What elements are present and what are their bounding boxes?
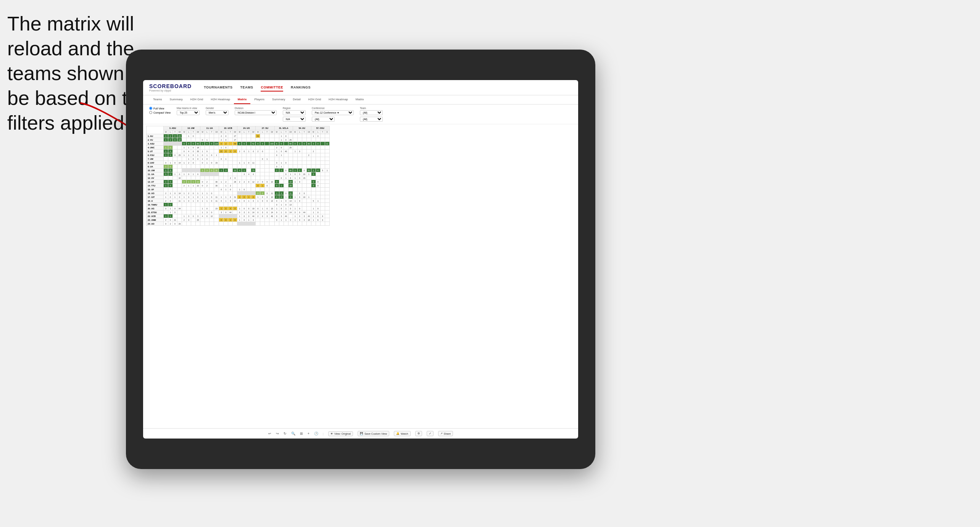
subtab-matrix2[interactable]: Matrix xyxy=(352,95,368,104)
table-row: 7. UM 100 10 01 01 xyxy=(147,157,330,161)
table-row: 3. ASU 04080 150120 0248 6052 60160 6080… xyxy=(147,142,330,146)
table-row: 16. UO 21014 1201 110 21011 11011 20 xyxy=(147,191,330,195)
view-original-button[interactable]: 👁 View: Original xyxy=(328,431,353,436)
gender-filter: Gender Men's xyxy=(206,107,229,115)
subtab-h2h-heatmap2[interactable]: H2H Heatmap xyxy=(325,95,352,104)
nav-committee[interactable]: COMMITTEE xyxy=(261,84,283,92)
table-row: 9. UA 10 01 xyxy=(147,165,330,169)
conference-filter: Conference Pac-12 Conference ▼ (All) xyxy=(312,107,354,122)
undo-icon[interactable]: ↩ xyxy=(268,432,271,435)
nav-items: TOURNAMENTS TEAMS COMMITTEE RANKINGS xyxy=(204,84,311,92)
watch-icon: 🔔 xyxy=(396,432,400,435)
save-custom-button[interactable]: 💾 Save Custom View xyxy=(358,431,389,436)
table-row: 13. UT 14 21122 0230 1226 22012 20010 31… xyxy=(147,180,330,184)
table-row: 2. VU 12012 01 2027 1025 xyxy=(147,138,330,142)
nav-rankings[interactable]: RANKINGS xyxy=(291,84,311,92)
expand-button[interactable]: ⤢ xyxy=(427,431,434,436)
max-teams-filter: Max teams in view Top 25 xyxy=(177,107,200,115)
table-row: 23. UNM 2021 2025 0010 1010 0110 10318 1… xyxy=(147,218,330,222)
table-row: 20. UG 01034 1023 1040 10019 01013 1010 … xyxy=(147,207,330,210)
logo-subtitle: Powered by clippd xyxy=(149,89,192,92)
subtab-h2h-grid[interactable]: H2H Grid xyxy=(187,95,207,104)
sub-tabs: Teams Summary H2H Grid H2H Heatmap Matri… xyxy=(143,95,578,104)
filter-bar: Full View Compact View Max teams in view… xyxy=(143,104,578,124)
subtab-h2h-heatmap[interactable]: H2H Heatmap xyxy=(207,95,234,104)
zoom-out-icon[interactable]: 🔍 xyxy=(291,432,295,435)
conference-select2[interactable]: (All) xyxy=(312,117,335,122)
table-row: 17. GIT 1010 1010 11011 11031 1010 10010… xyxy=(147,195,330,199)
logo-title: SCOREBOARD xyxy=(149,83,192,89)
options-button[interactable]: ⚙ xyxy=(415,431,422,436)
toolbar-separator: | xyxy=(323,432,324,435)
table-row: 22. UCB 14 1303 4012 10344 20346 0344 10… xyxy=(147,214,330,218)
nav-teams[interactable]: TEAMS xyxy=(240,84,253,92)
gender-select[interactable]: Men's xyxy=(206,110,229,115)
view-radio-group: Full View Compact View xyxy=(149,107,171,114)
subtab-players[interactable]: Players xyxy=(250,95,268,104)
table-row: 11. UA 0110 1010 340 01 03201 3 xyxy=(147,172,330,176)
logo: SCOREBOARD Powered by clippd xyxy=(149,83,192,92)
redo-icon[interactable]: ↪ xyxy=(276,432,279,435)
region-select[interactable]: N/A xyxy=(283,110,306,115)
table-row: 18. U 2011 1010 11011 01010 1010 10013 0… xyxy=(147,199,330,203)
share-icon: ↗ xyxy=(440,432,443,435)
team-filter: Team (All) (All) xyxy=(360,107,383,122)
division-filter: Division NCAA Division I xyxy=(235,107,277,115)
zoom-reset-icon[interactable]: ⊞ xyxy=(300,432,303,435)
col-header-ucla: 31. UCLA xyxy=(274,126,293,130)
nav-bar: SCOREBOARD Powered by clippd TOURNAMENTS… xyxy=(143,80,578,95)
watch-button[interactable]: 🔔 Watch xyxy=(394,431,411,436)
table-row: 8. UAF 01014 120 01015 11011 010 xyxy=(147,161,330,165)
compact-view-radio[interactable]: Compact View xyxy=(149,111,171,114)
subtab-summary[interactable]: Summary xyxy=(166,95,187,104)
col-header-ua: 11. UA xyxy=(200,126,219,130)
table-row: 15. UF 010 10 xyxy=(147,188,330,191)
subtab-matrix[interactable]: Matrix xyxy=(234,95,251,104)
table-row: 19. TAMU 12 01013 xyxy=(147,203,330,207)
region-select2[interactable]: N/A xyxy=(283,117,306,122)
subtab-h2h-grid2[interactable]: H2H Grid xyxy=(305,95,325,104)
subtab-summary2[interactable]: Summary xyxy=(268,95,289,104)
col-header-asu: 3. ASU xyxy=(164,126,182,130)
subtab-detail[interactable]: Detail xyxy=(289,95,304,104)
matrix-area[interactable]: 3. ASU 10. UW 11. UA 22. UCB 24. UO 27. … xyxy=(143,124,578,428)
col-header-su: 27. SU xyxy=(256,126,274,130)
table-row: 5. UT 14 04035 10 22010 2010 20 1040 10 … xyxy=(147,149,330,153)
col-header-osu: 57. OSU xyxy=(311,126,329,130)
tablet-screen: SCOREBOARD Powered by clippd TOURNAMENTS… xyxy=(143,80,578,439)
col-header-ucb: 22. UCB xyxy=(219,126,237,130)
col-header-uw: 10. UW xyxy=(182,126,200,130)
view-icon: 👁 xyxy=(330,432,333,435)
full-view-radio[interactable]: Full View xyxy=(149,107,171,110)
table-row: 10. UW 13 13031 1332 4173 21066 12051 14… xyxy=(147,169,330,172)
max-teams-select[interactable]: Top 25 xyxy=(177,110,200,115)
save-icon: 💾 xyxy=(360,432,363,435)
col-header-uu: 54. UU xyxy=(293,126,311,130)
table-row: 12. UV 10 20 010 1015 xyxy=(147,176,330,180)
nav-tournaments[interactable]: TOURNAMENTS xyxy=(204,84,232,92)
table-row: 1. AU 12023 10 2027 50 10 10 xyxy=(147,134,330,138)
col-header-uo: 24. UO xyxy=(237,126,256,130)
share-button[interactable]: ↗ Share xyxy=(438,431,453,436)
clock-icon[interactable]: 🕐 xyxy=(314,432,318,435)
team-select[interactable]: (All) xyxy=(360,110,383,115)
table-row: 14. TTU 14 21122 0230 12 010 0129 30 xyxy=(147,184,330,188)
tablet-device: SCOREBOARD Powered by clippd TOURNAMENTS… xyxy=(126,50,595,469)
table-row: 21. ETSU 10 130 3044 03014 03014 01014 3… xyxy=(147,210,330,214)
toolbar: ↩ ↪ ↻ 🔍 ⊞ + 🕐 | 👁 View: Original 💾 Save … xyxy=(143,428,578,439)
region-filter: Region N/A N/A xyxy=(283,107,306,122)
team-select2[interactable]: (All) xyxy=(360,117,383,122)
division-select[interactable]: NCAA Division I xyxy=(235,110,277,115)
refresh-icon[interactable]: ↻ xyxy=(284,432,287,435)
zoom-in-icon[interactable]: + xyxy=(308,432,309,435)
table-row: 6. FSU 14025 1101 0101 01 2 xyxy=(147,153,330,157)
table-row: 4. UNC 10 11018 10 2025 xyxy=(147,146,330,149)
subtab-teams[interactable]: Teams xyxy=(149,95,166,104)
matrix-table: 3. ASU 10. UW 11. UA 22. UCB 24. UO 27. … xyxy=(146,126,330,226)
table-row: 24. UO 02029 xyxy=(147,222,330,226)
conference-select[interactable]: Pac-12 Conference ▼ xyxy=(312,110,354,115)
